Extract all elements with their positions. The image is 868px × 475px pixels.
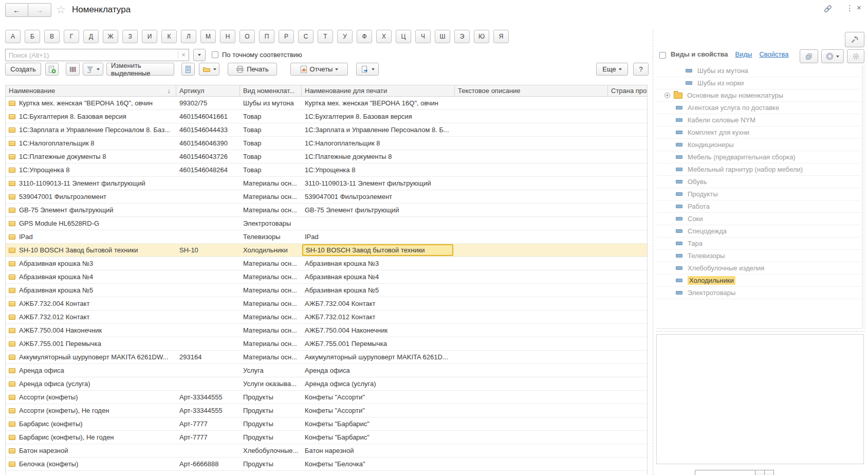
kind-cell[interactable]: Товар [240,137,302,150]
list-settings-button[interactable] [181,63,195,76]
print-name-cell[interactable]: 1С:Налогоплательщик 8 [302,137,455,150]
description-cell[interactable] [455,137,608,150]
close-icon[interactable]: × [857,3,861,12]
create-button[interactable]: Создать [5,63,41,76]
description-cell[interactable] [455,351,608,363]
name-cell[interactable]: 1С:Бухгалтерия 8. Базовая версия [6,110,176,123]
article-cell[interactable]: Арт-33344555 [176,391,240,404]
name-cell[interactable]: 1С:Платежные документы 8 [6,150,176,163]
tree-item[interactable]: Работа [656,200,861,213]
name-cell[interactable]: Ассорти (конфеты) [6,391,176,404]
print-name-cell[interactable]: АЖБ7.732.012 Контакт [302,310,455,323]
name-cell[interactable]: Ассорти (конфеты), Не годен [6,404,176,417]
inline-edit-cell[interactable]: SH-10 BOSCH Завод бытовой техники [302,244,453,256]
print-name-cell[interactable]: Абразивная крошка №5 [302,284,455,297]
table-row[interactable]: 1С:Налогоплательщик 84601546046390Товар1… [6,137,647,150]
column-header[interactable]: Артикул [176,85,240,96]
table-row[interactable]: 1С:Бухгалтерия 8. Базовая версия46015460… [6,110,647,123]
country-cell[interactable] [608,137,648,150]
print-name-cell[interactable]: АЖБ7.732.004 Контакт [302,297,455,310]
table-row[interactable]: Абразивная крошка №5Материалы осн...Абра… [6,284,647,297]
article-cell[interactable] [176,230,240,243]
kind-cell[interactable]: Продукты [240,458,302,470]
article-cell[interactable] [176,310,240,323]
description-cell[interactable] [455,377,608,390]
table-row[interactable]: АЖБ7.732.012 КонтактМатериалы осн...АЖБ7… [6,310,647,324]
table-row[interactable]: 1С:Упрощенка 84601546048264Товар1С:Упрощ… [6,163,647,177]
search-input[interactable] [6,50,178,60]
tree-scrollbar[interactable] [862,65,865,329]
description-cell[interactable] [455,364,608,377]
kind-cell[interactable]: Товар [240,123,302,136]
country-cell[interactable] [608,444,648,457]
name-cell[interactable]: АЖБ7.755.001 Перемычка [6,337,176,350]
back-button[interactable]: ← [5,3,28,17]
print-name-cell[interactable]: Аккумуляторный шуруповерт MAKITA 6261D..… [302,351,455,363]
kind-cell[interactable]: Продукты [240,417,302,430]
name-cell[interactable]: 1С:Зарплата и Управление Персоналом 8. Б… [6,123,176,136]
panel-splitter[interactable] [653,30,653,475]
tree-item[interactable]: Электротовары [656,287,861,299]
column-header[interactable]: Наименование↓ [6,85,176,96]
copy-button[interactable] [800,49,818,63]
print-name-cell[interactable]: 1С:Бухгалтерия 8. Базовая версия [302,110,455,123]
print-name-cell[interactable]: 3110-1109013-11 Элемент фильтрующий [302,177,455,190]
name-cell[interactable]: Барбарис (конфеты), Не годен [6,431,176,444]
tree-item[interactable]: Продукты [656,188,861,200]
description-cell[interactable] [455,110,608,123]
name-cell[interactable]: 1С:Упрощенка 8 [6,163,176,176]
table-row[interactable]: 539047001 ФильтроэлементМатериалы осн...… [6,190,647,204]
export-dropdown-button[interactable] [356,63,379,76]
description-cell[interactable] [455,230,608,243]
country-cell[interactable] [608,310,648,323]
article-cell[interactable]: 99302/75 [176,97,240,109]
alphabet-button-Ч[interactable]: Ч [415,30,431,43]
name-cell[interactable]: Абразивная крошка №5 [6,284,176,297]
description-cell[interactable] [455,97,608,109]
column-header[interactable]: Страна прои [608,85,648,96]
country-cell[interactable] [608,284,648,297]
kind-cell[interactable]: Электротовары [240,217,302,230]
country-cell[interactable] [608,351,648,363]
alphabet-button-Б[interactable]: Б [25,30,40,43]
name-cell[interactable]: Белочка (конфеты) [6,458,176,470]
alphabet-button-О[interactable]: О [239,30,255,43]
tree-item[interactable]: Комплект для кухни [656,126,861,139]
country-cell[interactable] [608,337,648,350]
description-cell[interactable] [455,190,608,203]
kind-cell[interactable]: Товар [240,150,302,163]
alphabet-button-Г[interactable]: Г [64,30,79,43]
alphabet-button-С[interactable]: С [298,30,313,43]
name-cell[interactable]: SH-10 BOSCH Завод бытовой техники [6,244,176,257]
country-cell[interactable] [608,257,648,270]
print-name-cell[interactable]: Абразивная крошка №4 [302,270,455,283]
name-cell[interactable]: Батон нарезной [6,444,176,457]
description-cell[interactable] [455,284,608,297]
description-cell[interactable] [455,204,608,216]
article-cell[interactable]: 4601546048264 [176,163,240,176]
article-cell[interactable] [176,217,240,230]
country-cell[interactable] [608,190,648,203]
table-row[interactable]: IPadТелевизорыIPad [6,230,647,244]
country-cell[interactable] [608,297,648,310]
barcode-scanner-button[interactable] [66,63,80,76]
country-cell[interactable] [608,217,648,230]
alphabet-button-И[interactable]: И [142,30,157,43]
table-row[interactable]: Барбарис (конфеты)Арт-7777ПродуктыКонфет… [6,417,647,431]
kind-cell[interactable]: Холодильники [240,244,302,257]
country-cell[interactable] [608,364,648,377]
description-cell[interactable] [455,123,608,136]
article-cell[interactable]: 4601546046390 [176,137,240,150]
kind-cell[interactable]: Материалы осн... [240,270,302,283]
article-cell[interactable] [176,364,240,377]
alphabet-button-Ж[interactable]: Ж [103,30,118,43]
kind-cell[interactable]: Хлебобулочные... [240,444,302,457]
column-header[interactable]: Вид номенклат... [240,85,302,96]
name-cell[interactable]: Аренда офиса (услуга) [6,377,176,390]
print-name-cell[interactable]: Конфеты "Белочка" [302,458,455,470]
country-cell[interactable] [608,163,648,176]
table-row[interactable]: Аккумуляторный шуруповерт MAKITA 6261DW.… [6,351,647,364]
article-cell[interactable]: Арт-7777 [176,417,240,430]
table-row[interactable]: Абразивная крошка №4Материалы осн...Абра… [6,270,647,284]
description-cell[interactable] [455,404,608,417]
